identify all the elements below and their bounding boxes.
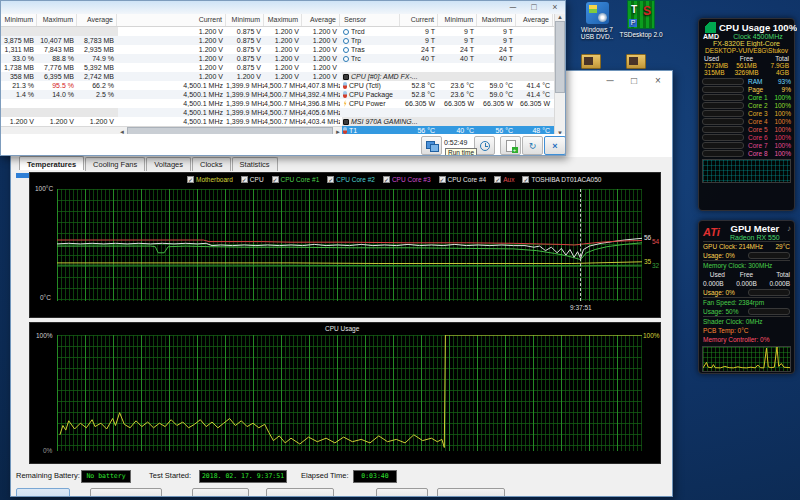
stat-row[interactable]: 1,738 MB7,776 MB5,392 MB: [1, 63, 118, 72]
legend-item[interactable]: ✓CPU Core #1: [272, 175, 320, 184]
column-header[interactable]: Minimum: [1, 14, 37, 26]
stat-row[interactable]: 1,311 MB7,843 MB2,935 MB: [1, 45, 118, 54]
stat-row[interactable]: 1.200 V0.875 V1.200 V1.200 V: [118, 36, 342, 45]
tab-cooling-fans[interactable]: Cooling Fans: [85, 157, 145, 171]
bottom-button[interactable]: [16, 488, 70, 497]
legend-item[interactable]: ✓CPU Core #2: [327, 175, 375, 184]
maximize-icon[interactable]: □: [528, 1, 540, 14]
column-header[interactable]: Maximum: [264, 14, 302, 26]
sensor-row[interactable]: CPU Power66.305 W66.305 W66.305 W66.305 …: [342, 99, 557, 108]
bottom-button[interactable]: [437, 488, 505, 497]
reset-button[interactable]: ↻: [522, 136, 543, 155]
stat-row[interactable]: [1, 99, 118, 108]
sensor-row[interactable]: CPU (Tctl)52.8 °C23.6 °C59.0 °C41.4 °C: [342, 81, 557, 90]
music-note-icon[interactable]: ♪: [787, 22, 791, 31]
sensor-row[interactable]: Trp9 T9 T9 T: [342, 36, 557, 45]
tab-clocks[interactable]: Clocks: [192, 157, 231, 171]
gpu-meter-gadget[interactable]: ♪ ATi GPU Meter Radeon RX 550 GPU Clock:…: [698, 220, 795, 374]
close-icon[interactable]: ×: [652, 74, 664, 88]
bottom-button[interactable]: [192, 488, 249, 497]
legend-item[interactable]: ✓CPU Core #4: [439, 175, 487, 184]
column-header[interactable]: Current: [118, 14, 226, 26]
stat-row[interactable]: 1.200 V0.875 V1.200 V1.200 V: [118, 45, 342, 54]
vertical-scrollbar[interactable]: ▲ ▼: [554, 14, 565, 136]
minimize-icon[interactable]: ─: [507, 1, 519, 14]
spacer-row[interactable]: [342, 108, 557, 117]
checkbox-checked-icon[interactable]: ✓: [241, 176, 248, 183]
bottom-button[interactable]: [90, 488, 162, 497]
column-header[interactable]: Average: [302, 14, 340, 26]
sensor-group-row[interactable]: CPU [#0]: AMD FX-...: [342, 72, 557, 81]
group-row[interactable]: [1, 108, 118, 117]
stat-row[interactable]: 1.200 V0.875 V1.200 V1.200 V: [118, 63, 342, 72]
usage-bar-row: Core 8100%: [699, 149, 794, 157]
music-note-icon[interactable]: ♪: [787, 224, 791, 233]
checkbox-checked-icon[interactable]: ✓: [383, 176, 390, 183]
legend-item[interactable]: ✓CPU Core #3: [383, 175, 431, 184]
column-header[interactable]: Average: [516, 14, 553, 26]
clock-button[interactable]: [474, 136, 495, 155]
stat-row[interactable]: 4,500.1 MHz1,399.9 MHz4,500.7 MHz4,396.8…: [118, 99, 342, 108]
group-row[interactable]: [1, 27, 118, 36]
sensor-row[interactable]: Trcd9 T9 T9 T: [342, 27, 557, 36]
spacer-row[interactable]: [342, 63, 557, 72]
desktop-icon-folder-1[interactable]: [568, 54, 614, 69]
checkbox-checked-icon[interactable]: ✓: [327, 176, 334, 183]
column-header[interactable]: Minimum: [438, 14, 477, 26]
legend-item[interactable]: ✓CPU: [241, 175, 264, 184]
legend-label: CPU Core #2: [336, 175, 375, 184]
desktop-icon-tsdesktop[interactable]: T S P TSDesktop 2.0: [618, 0, 664, 38]
tab-voltages[interactable]: Voltages: [146, 157, 191, 171]
checkbox-checked-icon[interactable]: ✓: [272, 176, 279, 183]
maximize-icon[interactable]: □: [628, 74, 640, 88]
tab-statistics[interactable]: Statistics: [232, 157, 278, 171]
stat-row[interactable]: 358 MB6,395 MB2,742 MB: [1, 72, 118, 81]
column-header[interactable]: Average: [77, 14, 117, 26]
scroll-up-icon[interactable]: ▲: [555, 14, 565, 20]
legend-item[interactable]: ✓Motherboard: [187, 175, 233, 184]
sensor-row[interactable]: Trc40 T40 T40 T: [342, 54, 557, 63]
minimize-icon[interactable]: ─: [604, 74, 616, 88]
legend-item[interactable]: ✓Aux: [494, 175, 514, 184]
stat-row[interactable]: 1.200 V1.200 V1.200 V: [1, 117, 118, 126]
sensors-titlebar[interactable]: ─ □ ×: [1, 1, 565, 15]
stat-row[interactable]: 1.200 V1.200 V1.200 V1.200 V: [118, 72, 342, 81]
column-header[interactable]: Current: [400, 14, 438, 26]
cpu-usage-gadget[interactable]: ♪ AMD CPU Usage 100% Clock 4500MHz FX-83…: [698, 18, 795, 211]
report-button[interactable]: +: [500, 136, 521, 155]
stat-row[interactable]: 4,500.1 MHz1,399.9 MHz4,500.7 MHz4,405.6…: [118, 108, 342, 117]
y-axis-right-label: 100%: [643, 332, 660, 340]
page-free: 3269MB: [732, 69, 761, 76]
stat-row[interactable]: 4,500.1 MHz1,399.9 MHz4,500.7 MHz4,403.4…: [118, 117, 342, 126]
stat-row[interactable]: 4,500.1 MHz1,399.9 MHz4,500.7 MHz4,407.8…: [118, 81, 342, 90]
legend-item[interactable]: ✓TOSHIBA DT01ACA050: [522, 175, 601, 184]
stat-row[interactable]: 1.200 V0.875 V1.200 V1.200 V: [118, 54, 342, 63]
test-started-value: 2018. 02. 17. 9:37:51: [199, 470, 287, 483]
sensor-row[interactable]: CPU Package52.8 °C23.6 °C59.0 °C41.4 °C: [342, 90, 557, 99]
bar-label: Core 7: [748, 142, 774, 149]
bottom-button[interactable]: [376, 488, 428, 497]
close-sensors-button[interactable]: ×: [544, 136, 566, 155]
desktop-icon-folder-2[interactable]: [613, 54, 659, 69]
stat-row[interactable]: 33.0 %88.8 %74.9 %: [1, 54, 118, 63]
sensor-settings-button[interactable]: [421, 136, 442, 155]
bottom-button[interactable]: [266, 488, 334, 497]
close-icon[interactable]: ×: [549, 1, 561, 14]
checkbox-checked-icon[interactable]: ✓: [494, 176, 501, 183]
stat-row[interactable]: 4,500.1 MHz1,399.9 MHz4,500.7 MHz4,392.4…: [118, 90, 342, 99]
sensor-row[interactable]: Tras24 T24 T24 T: [342, 45, 557, 54]
stat-row[interactable]: 21.3 %95.5 %66.2 %: [1, 81, 118, 90]
checkbox-checked-icon[interactable]: ✓: [439, 176, 446, 183]
checkbox-checked-icon[interactable]: ✓: [187, 176, 194, 183]
sensor-group-row[interactable]: MSI 970A GAMING...: [342, 117, 557, 126]
column-header[interactable]: Maximum: [477, 14, 516, 26]
desktop-icon-windows7-usb[interactable]: Windows 7 USB DVD..: [574, 2, 620, 40]
checkbox-checked-icon[interactable]: ✓: [522, 176, 529, 183]
stat-row[interactable]: 3,875 MB10,407 MB8,783 MB: [1, 36, 118, 45]
column-header[interactable]: Minimum: [226, 14, 264, 26]
tab-temperatures[interactable]: Temperatures: [19, 156, 84, 170]
column-header[interactable]: Sensor: [342, 14, 400, 26]
stat-row[interactable]: 1.200 V0.875 V1.200 V1.200 V: [118, 27, 342, 36]
column-header[interactable]: Maximum: [37, 14, 77, 26]
stat-row[interactable]: 1.4 %14.0 %2.5 %: [1, 90, 118, 99]
